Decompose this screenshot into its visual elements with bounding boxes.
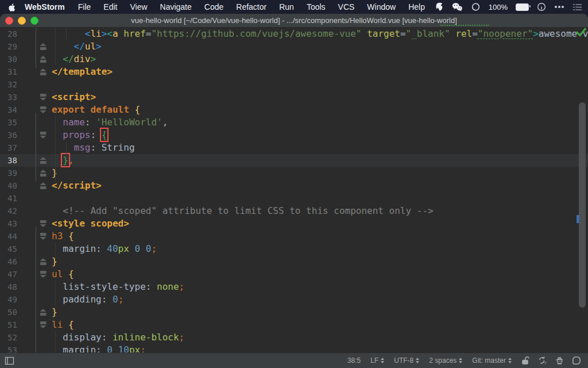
apple-menu-icon[interactable] xyxy=(8,3,16,12)
code-line-47[interactable]: 47ul { xyxy=(0,268,588,281)
token xyxy=(52,332,63,343)
code-text: export default { xyxy=(51,103,588,116)
menu-item-help[interactable]: Help xyxy=(402,0,431,14)
fold-start-icon[interactable] xyxy=(28,319,51,331)
code-line-50[interactable]: 50} xyxy=(0,306,588,319)
menu-item-tools[interactable]: Tools xyxy=(300,0,332,14)
menu-item-run[interactable]: Run xyxy=(273,0,300,14)
code-line-34[interactable]: 34export default { xyxy=(0,103,588,116)
fold-end-icon[interactable] xyxy=(28,40,51,53)
menu-item-webstorm[interactable]: WebStorm xyxy=(18,0,72,14)
code-line-30[interactable]: 30 </div> xyxy=(0,53,588,66)
code-line-43[interactable]: 43<style scoped> xyxy=(0,217,588,230)
token: export xyxy=(52,104,85,115)
code-line-46[interactable]: 46} xyxy=(0,255,588,268)
code-line-53[interactable]: 53 margin: 0 10px; xyxy=(0,344,588,352)
clock-icon[interactable] xyxy=(537,2,546,12)
code-line-39[interactable]: 39} xyxy=(0,167,588,179)
list-icon[interactable] xyxy=(572,3,582,11)
git-branch-select[interactable]: Git: master xyxy=(472,356,512,365)
line-number: 36 xyxy=(0,129,28,141)
token xyxy=(63,319,68,330)
menu-item-file[interactable]: File xyxy=(72,0,98,14)
code-line-41[interactable]: 41 xyxy=(0,192,588,205)
toolwindow-toggle-icon[interactable] xyxy=(5,356,14,365)
code-line-31[interactable]: 31</template> xyxy=(0,66,588,78)
fold-end-icon[interactable] xyxy=(28,66,51,78)
fold-start-icon[interactable] xyxy=(28,217,51,230)
indent-guide xyxy=(55,243,56,255)
code-editor[interactable]: 28 <li><a href="https://github.com/vuejs… xyxy=(0,28,588,352)
code-text: h3 { xyxy=(51,230,588,243)
ellipsis-icon[interactable] xyxy=(554,5,564,9)
code-line-44[interactable]: 44h3 { xyxy=(0,230,588,243)
fold-end-icon[interactable] xyxy=(28,167,51,179)
code-text: } xyxy=(51,255,588,268)
caret-position[interactable]: 38:5 xyxy=(347,356,361,365)
fold-start-icon[interactable] xyxy=(28,103,51,116)
token: h3 xyxy=(52,231,63,241)
notification-icon[interactable] xyxy=(572,356,581,365)
code-line-35[interactable]: 35 name: 'HelloWorld', xyxy=(0,116,588,129)
code-line-32[interactable]: 32 xyxy=(0,78,588,91)
menu-item-view[interactable]: View xyxy=(123,0,153,14)
window-titlebar[interactable]: vue-hello-world [~/Code/Vue/vue-hello-wo… xyxy=(0,14,588,28)
wechat-icon[interactable] xyxy=(452,2,463,12)
error-stripe-marker[interactable] xyxy=(577,215,579,223)
swirl-icon[interactable] xyxy=(471,2,481,12)
fold-end-icon[interactable] xyxy=(28,179,51,192)
fold-end-icon[interactable] xyxy=(28,53,51,66)
inspections-profile-icon[interactable] xyxy=(555,356,564,365)
code-line-28[interactable]: 28 <li><a href="https://github.com/vuejs… xyxy=(0,28,588,40)
line-number: 30 xyxy=(0,53,28,66)
fold-start-icon[interactable] xyxy=(28,230,51,243)
token: : xyxy=(102,332,107,343)
token: </template> xyxy=(52,66,113,77)
indent-guide xyxy=(66,28,67,40)
code-line-42[interactable]: 42 <!-- Add "scoped" attribute to limit … xyxy=(0,205,588,217)
code-line-51[interactable]: 51li { xyxy=(0,319,588,331)
menu-item-refactor[interactable]: Refactor xyxy=(230,0,273,14)
code-line-38[interactable]: 38 }, xyxy=(0,154,588,167)
code-line-52[interactable]: 52 display: inline-block; xyxy=(0,331,588,344)
fold-spacer xyxy=(28,331,51,344)
code-line-33[interactable]: 33<script> xyxy=(0,91,588,103)
vertical-scrollbar-thumb[interactable] xyxy=(579,102,586,308)
indent-select[interactable]: 2 spaces xyxy=(429,356,462,365)
fold-start-icon[interactable] xyxy=(28,129,51,141)
inspections-ok-check-icon[interactable] xyxy=(575,28,587,37)
fold-spacer xyxy=(28,78,51,91)
line-number: 28 xyxy=(0,28,28,40)
code-text: <script> xyxy=(51,91,588,103)
fold-start-icon[interactable] xyxy=(28,91,51,103)
fold-end-icon[interactable] xyxy=(28,154,51,167)
updown-arrows-icon xyxy=(381,358,384,363)
token: </script> xyxy=(52,180,102,191)
token: div xyxy=(74,53,91,64)
sync-question-icon[interactable]: ? xyxy=(537,356,547,365)
fold-end-icon[interactable] xyxy=(28,255,51,268)
menu-item-navigate[interactable]: Navigate xyxy=(154,0,198,14)
menu-item-window[interactable]: Window xyxy=(361,0,402,14)
code-line-37[interactable]: 37 msg: String xyxy=(0,141,588,154)
token: margin xyxy=(63,243,96,254)
unlock-icon[interactable] xyxy=(521,356,530,365)
battery-icon[interactable] xyxy=(516,3,529,11)
app-icon[interactable] xyxy=(435,2,444,12)
code-text: margin: 0 10px; xyxy=(51,344,588,352)
token: target xyxy=(367,28,400,39)
menu-item-vcs[interactable]: VCS xyxy=(332,0,361,14)
menu-item-edit[interactable]: Edit xyxy=(97,0,123,14)
code-line-36[interactable]: 36 props: { xyxy=(0,129,588,141)
code-line-49[interactable]: 49 padding: 0; xyxy=(0,293,588,306)
fold-start-icon[interactable] xyxy=(28,268,51,281)
code-line-40[interactable]: 40</script> xyxy=(0,179,588,192)
fold-end-icon[interactable] xyxy=(28,306,51,319)
line-ending-select[interactable]: LF xyxy=(370,356,384,365)
menu-item-code[interactable]: Code xyxy=(198,0,230,14)
encoding-select[interactable]: UTF-8 xyxy=(394,356,419,365)
code-line-48[interactable]: 48 list-style-type: none; xyxy=(0,281,588,293)
code-line-29[interactable]: 29 </ul> xyxy=(0,40,588,53)
token: <script> xyxy=(52,91,96,102)
code-line-45[interactable]: 45 margin: 40px 0 0; xyxy=(0,243,588,255)
